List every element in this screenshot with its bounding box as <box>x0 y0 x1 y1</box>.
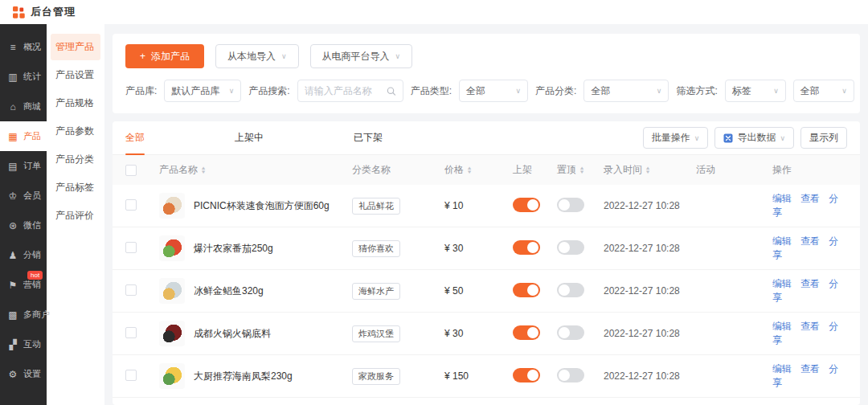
product-cell: 大厨推荐海南凤梨230g <box>159 363 352 389</box>
row-action-view[interactable]: 查看 <box>800 193 820 204</box>
on-shelf-toggle[interactable] <box>513 283 540 297</box>
sort-icon[interactable]: ▲▼ <box>201 166 206 174</box>
on-shelf-toggle[interactable] <box>513 198 540 212</box>
import-ecommerce-button[interactable]: 从电商平台导入 ∨ <box>310 44 413 68</box>
filter-tag-value-select[interactable]: 全部 ∨ <box>793 80 854 102</box>
add-product-button[interactable]: + 添加产品 <box>125 44 204 68</box>
created-time: 2022-12-27 10:28 <box>604 328 696 339</box>
submenu-item-4[interactable]: 产品分类 <box>51 146 100 173</box>
row-actions: 编辑查看分享 <box>772 320 847 347</box>
sidebar-item-9[interactable]: ▩ 多商户 <box>0 300 47 329</box>
show-columns-button[interactable]: 显示列 <box>800 127 847 149</box>
row-action-edit[interactable]: 编辑 <box>772 235 792 247</box>
row-action-view[interactable]: 查看 <box>800 321 820 332</box>
submenu-item-6[interactable]: 产品评价 <box>51 202 100 229</box>
product-image <box>159 321 185 346</box>
tab-0[interactable]: 全部 <box>125 121 145 155</box>
table-row: PICNIC杯装速食泡面方便面60g 礼品鲜花 ¥ 10 2022-12-27 … <box>113 185 860 227</box>
row-checkbox[interactable] <box>125 327 137 338</box>
chevron-down-icon: ∨ <box>515 87 521 95</box>
sidebar-item-6[interactable]: ⊛ 微信 <box>0 211 47 240</box>
row-action-view[interactable]: 查看 <box>800 235 820 247</box>
primary-sidebar: ≡ 概况 ▥ 统计 ⌂ 商城 ▦ 产品 ▤ 订单 ♔ 会员 ⊛ 微信 ♟ 分销 … <box>0 24 47 405</box>
on-shelf-toggle[interactable] <box>513 240 540 255</box>
product-category-select[interactable]: 全部 ∨ <box>583 80 669 102</box>
import-local-button[interactable]: 从本地导入 ∨ <box>215 44 299 68</box>
row-checkbox[interactable] <box>125 199 137 211</box>
table-row: 冰鲜金鲳鱼320g 海鲜水产 ¥ 50 2022-12-27 10:28 编辑查… <box>113 270 860 313</box>
row-action-edit[interactable]: 编辑 <box>772 363 792 374</box>
product-cell: PICNIC杯装速食泡面方便面60g <box>159 193 352 219</box>
row-action-view[interactable]: 查看 <box>800 363 820 374</box>
row-action-edit[interactable]: 编辑 <box>772 278 792 289</box>
sidebar-item-2[interactable]: ⌂ 商城 <box>0 92 47 121</box>
export-data-button[interactable]: 导出数据 ∨ <box>714 127 794 149</box>
sidebar-item-3[interactable]: ▦ 产品 <box>0 121 47 151</box>
column-header-4: 上架 <box>513 163 557 177</box>
category-cell: 礼品鲜花 <box>352 198 444 215</box>
chevron-down-icon: ∨ <box>229 87 235 95</box>
submenu-item-0[interactable]: 管理产品 <box>51 34 100 60</box>
sidebar-item-8[interactable]: ⚑ 营销 hot <box>0 270 47 300</box>
marketing-icon: ⚑ <box>7 280 18 291</box>
tab-2[interactable]: 已下架 <box>354 121 383 155</box>
app-title: 后台管理 <box>31 5 76 19</box>
chevron-down-icon: ∨ <box>841 87 847 95</box>
sort-icon[interactable]: ▲▼ <box>467 166 472 174</box>
row-checkbox[interactable] <box>125 370 137 381</box>
sort-icon[interactable]: ▲▼ <box>579 166 584 174</box>
select-all-checkbox[interactable] <box>125 165 137 176</box>
app-logo-icon <box>13 6 25 18</box>
sort-icon[interactable]: ▲▼ <box>645 166 650 174</box>
row-checkbox[interactable] <box>125 242 137 253</box>
product-type-select[interactable]: 全部 ∨ <box>459 80 528 102</box>
toggle-knob <box>559 284 570 296</box>
sidebar-item-5[interactable]: ♔ 会员 <box>0 181 47 211</box>
product-name: 爆汁农家番茄250g <box>194 242 273 255</box>
row-action-edit[interactable]: 编辑 <box>772 321 792 332</box>
product-search-input[interactable] <box>305 85 387 96</box>
submenu-item-2[interactable]: 产品规格 <box>51 90 100 117</box>
product-library-select[interactable]: 默认产品库 ∨ <box>164 80 241 102</box>
sidebar-item-10[interactable]: ▞ 互动 <box>0 329 47 359</box>
submenu-item-3[interactable]: 产品参数 <box>51 118 100 145</box>
sidebar-item-1[interactable]: ▥ 统计 <box>0 62 47 92</box>
row-actions: 编辑查看分享 <box>772 362 847 390</box>
table-row: 大厨推荐海南凤梨230g 家政服务 ¥ 150 2022-12-27 10:28… <box>113 355 860 398</box>
toggle-knob <box>527 284 538 296</box>
batch-actions-button[interactable]: 批量操作 ∨ <box>643 127 709 149</box>
row-action-view[interactable]: 查看 <box>800 278 820 289</box>
pinned-toggle[interactable] <box>557 325 584 340</box>
tab-label: 上架中 <box>235 131 264 145</box>
on-shelf-toggle[interactable] <box>513 325 540 340</box>
row-actions: 编辑查看分享 <box>772 277 847 305</box>
filter-mode-select[interactable]: 标签 ∨ <box>725 80 786 102</box>
member-icon: ♔ <box>7 190 18 202</box>
product-name: PICNIC杯装速食泡面方便面60g <box>194 199 330 212</box>
column-header-label: 操作 <box>772 163 792 177</box>
pinned-toggle[interactable] <box>557 240 584 255</box>
table-body: PICNIC杯装速食泡面方便面60g 礼品鲜花 ¥ 10 2022-12-27 … <box>113 185 860 405</box>
tab-1[interactable]: 上架中 <box>235 121 264 155</box>
sidebar-item-11[interactable]: ⚙ 设置 <box>0 359 47 389</box>
row-action-edit[interactable]: 编辑 <box>772 193 792 204</box>
sidebar-item-4[interactable]: ▤ 订单 <box>0 151 47 181</box>
column-header-label: 分类名称 <box>352 163 391 177</box>
sidebar-item-0[interactable]: ≡ 概况 <box>0 32 47 62</box>
pinned-toggle[interactable] <box>557 198 584 212</box>
table-toolbar: 批量操作 ∨ 导出数据 ∨ 显示列 <box>643 127 847 149</box>
submenu-item-5[interactable]: 产品标签 <box>51 174 100 201</box>
tabs-row: 全部 上架中 已下架 批量操作 ∨ 导出数据 ∨ 显示列 <box>113 121 860 155</box>
row-checkbox[interactable] <box>125 284 137 296</box>
sidebar-item-7[interactable]: ♟ 分销 <box>0 240 47 270</box>
pinned-toggle[interactable] <box>557 368 584 382</box>
on-shelf-toggle[interactable] <box>513 368 540 382</box>
sidebar-item-label: 订单 <box>23 160 41 172</box>
chevron-down-icon: ∨ <box>773 87 779 95</box>
pinned-toggle[interactable] <box>557 283 584 297</box>
tab-label: 全部 <box>125 131 145 145</box>
submenu-item-1[interactable]: 产品设置 <box>51 62 100 88</box>
row-actions: 编辑查看分享 <box>772 192 847 219</box>
app-header: 后台管理 <box>0 0 868 24</box>
overview-icon: ≡ <box>7 42 18 53</box>
